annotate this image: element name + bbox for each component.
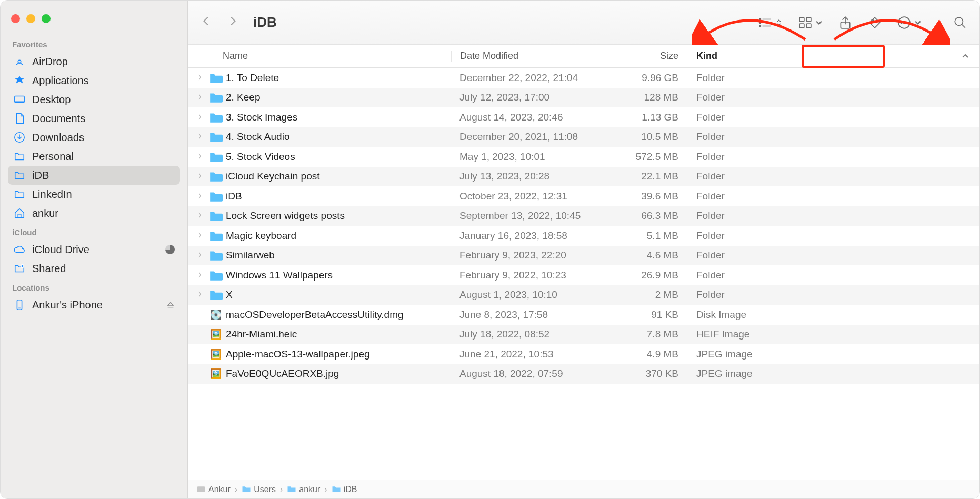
path-crumb[interactable]: iDB (332, 485, 357, 494)
eject-icon[interactable] (166, 301, 175, 309)
disclosure-icon[interactable]: 〉 (197, 93, 206, 102)
sidebar-item-label: iCloud Drive (32, 244, 89, 256)
file-row[interactable]: 〉Magic keyboard January 16, 2023, 18:58 … (188, 226, 979, 246)
file-date: January 16, 2023, 18:58 (451, 230, 609, 242)
disclosure-icon[interactable]: 〉 (197, 132, 206, 142)
file-row[interactable]: 〉X August 1, 2023, 10:10 2 MB Folder (188, 285, 979, 305)
file-date: July 13, 2023, 20:28 (451, 171, 609, 182)
shared-icon (13, 262, 26, 275)
path-crumb[interactable]: ankur (287, 485, 320, 494)
file-size: 5.1 MB (609, 230, 688, 242)
close-button[interactable] (11, 14, 20, 23)
file-name: 1. To Delete (226, 72, 279, 84)
sidebar-item-ankur[interactable]: ankur (8, 204, 180, 223)
svg-rect-18 (799, 24, 804, 28)
file-date: October 23, 2022, 12:31 (451, 191, 609, 202)
file-size: 91 KB (609, 309, 688, 321)
path-crumb[interactable]: Ankur (196, 485, 231, 494)
sidebar-item-ankur-s-iphone[interactable]: Ankur's iPhone (8, 295, 180, 314)
file-size: 4.9 MB (609, 348, 688, 360)
file-row[interactable]: 〉3. Stock Images August 14, 2023, 20:46 … (188, 107, 979, 127)
file-size: 4.6 MB (609, 249, 688, 261)
sidebar-item-label: ankur (32, 207, 58, 219)
file-row[interactable]: 〉Lock Screen widgets posts September 13,… (188, 206, 979, 226)
folder-icon (209, 270, 223, 281)
sidebar-item-linkedin[interactable]: LinkedIn (8, 185, 180, 204)
back-button[interactable] (201, 15, 212, 29)
path-crumb[interactable]: Users (242, 485, 276, 494)
disclosure-icon[interactable]: 〉 (197, 172, 206, 181)
finder-window: Favorites AirDrop Applications Desktop D… (0, 0, 980, 499)
file-kind: JPEG image (688, 348, 979, 360)
minimize-button[interactable] (26, 14, 35, 23)
sidebar-item-label: LinkedIn (32, 188, 72, 201)
sidebar-item-airdrop[interactable]: AirDrop (8, 52, 180, 71)
file-row[interactable]: 〉1. To Delete December 22, 2022, 21:04 9… (188, 68, 979, 88)
file-row[interactable]: 〉Windows 11 Wallpapers February 9, 2022,… (188, 265, 979, 285)
sidebar-item-icloud-drive[interactable]: iCloud Drive (8, 240, 180, 259)
sidebar-item-applications[interactable]: Applications (8, 71, 180, 90)
disclosure-icon[interactable]: 〉 (197, 271, 206, 280)
file-size: 9.96 GB (609, 72, 688, 84)
folder-icon (209, 230, 223, 242)
file-row[interactable]: 🖼️FaVoE0QUcAEORXB.jpg August 18, 2022, 0… (188, 364, 979, 384)
iphone-icon (13, 298, 26, 311)
folder-icon (209, 191, 223, 202)
disclosure-icon[interactable]: 〉 (197, 73, 206, 83)
column-name[interactable]: Name (188, 51, 451, 62)
sidebar-item-personal[interactable]: Personal (8, 147, 180, 166)
sidebar-item-downloads[interactable]: Downloads (8, 128, 180, 147)
file-row[interactable]: 〉5. Stock Videos May 1, 2023, 10:01 572.… (188, 147, 979, 167)
file-row[interactable]: 〉iCloud Keychain post July 13, 2023, 20:… (188, 167, 979, 187)
file-kind: HEIF Image (688, 328, 979, 340)
view-list-button[interactable] (758, 16, 783, 29)
search-button[interactable] (953, 16, 967, 29)
disclosure-icon[interactable]: 〉 (197, 211, 206, 221)
sort-indicator-icon (962, 53, 969, 60)
column-date[interactable]: Date Modified (451, 51, 609, 62)
file-kind: Folder (688, 151, 979, 163)
disclosure-icon[interactable]: 〉 (197, 192, 206, 201)
sidebar-item-documents[interactable]: Documents (8, 109, 180, 128)
apps-icon (13, 74, 26, 87)
file-row[interactable]: 💽macOSDeveloperBetaAccessUtility.dmg Jun… (188, 305, 979, 325)
cloud-icon (13, 243, 26, 256)
disclosure-icon[interactable]: 〉 (197, 251, 206, 260)
svg-rect-19 (806, 24, 811, 28)
disclosure-icon[interactable]: 〉 (197, 231, 206, 241)
folder-icon (209, 171, 223, 182)
file-date: February 9, 2023, 22:20 (451, 249, 609, 261)
folder-icon (13, 169, 26, 182)
file-row[interactable]: 🖼️Apple-macOS-13-wallpaper.jpeg June 21,… (188, 344, 979, 364)
file-kind: Folder (688, 92, 979, 103)
share-button[interactable] (838, 16, 852, 29)
file-date: July 12, 2023, 17:00 (451, 92, 609, 103)
folder-icon (209, 151, 223, 163)
sidebar-item-shared[interactable]: Shared (8, 259, 180, 278)
svg-rect-17 (806, 17, 811, 22)
file-row[interactable]: 〉4. Stock Audio December 20, 2021, 11:08… (188, 127, 979, 147)
more-button[interactable] (897, 16, 922, 29)
file-list[interactable]: 〉1. To Delete December 22, 2022, 21:04 9… (188, 68, 979, 480)
sidebar-heading: iCloud (12, 228, 180, 237)
file-size: 22.1 MB (609, 171, 688, 182)
disclosure-icon[interactable]: 〉 (197, 152, 206, 162)
column-size[interactable]: Size (609, 51, 688, 62)
column-kind[interactable]: Kind (688, 51, 979, 62)
file-row[interactable]: 〉iDB October 23, 2022, 12:31 39.6 MB Fol… (188, 186, 979, 206)
file-row[interactable]: 🖼️24hr-Miami.heic July 18, 2022, 08:52 7… (188, 325, 979, 345)
file-row[interactable]: 〉Similarweb February 9, 2023, 22:20 4.6 … (188, 246, 979, 266)
disk-icon (196, 485, 206, 494)
sidebar-item-desktop[interactable]: Desktop (8, 90, 180, 109)
forward-button[interactable] (227, 15, 238, 29)
disclosure-icon[interactable]: 〉 (197, 290, 206, 300)
sidebar-item-idb[interactable]: iDB (8, 166, 180, 185)
disclosure-icon[interactable]: 〉 (197, 113, 206, 122)
tag-button[interactable] (868, 16, 882, 29)
group-button[interactable] (798, 16, 823, 29)
maximize-button[interactable] (42, 14, 51, 23)
toolbar: iDB (188, 1, 979, 45)
file-row[interactable]: 〉2. Keep July 12, 2023, 17:00 128 MB Fol… (188, 88, 979, 108)
file-size: 7.8 MB (609, 328, 688, 340)
doc-icon (13, 112, 26, 125)
